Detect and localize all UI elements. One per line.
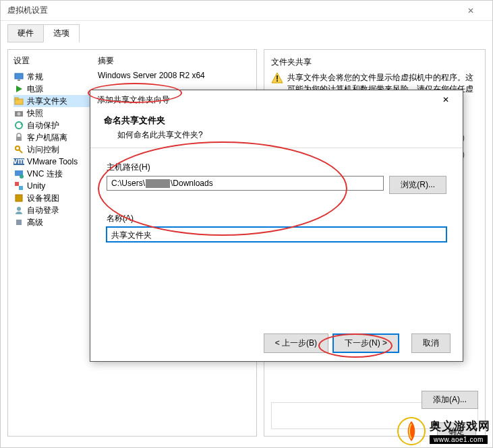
col-settings: 设置 — [13, 55, 98, 67]
sidebar-item-label: Unity — [27, 181, 45, 191]
sidebar-item-access[interactable]: 访问控制 — [13, 143, 98, 156]
host-path-prefix: C:\Users\ — [111, 179, 145, 188]
add-shared-folder-wizard: 添加共享文件夹向导 ✕ 命名共享文件夹 如何命名此共享文件夹? 主机路径(H) … — [90, 90, 463, 362]
svg-point-6 — [18, 113, 21, 116]
sidebar-item-vmware-tools[interactable]: vmVMware Tools — [13, 156, 98, 168]
sidebar-item-advanced[interactable]: 高级 — [13, 216, 98, 228]
sidebar-item-label: 访问控制 — [27, 144, 59, 156]
sidebar-item-vnc[interactable]: VNC 连接 — [13, 168, 98, 180]
tab-options[interactable]: 选项 — [43, 24, 80, 42]
wizard-close-button[interactable]: ✕ — [436, 92, 456, 107]
svg-rect-17 — [19, 186, 23, 190]
wizard-body: 主机路径(H) C:\Users\\Downloads 浏览(R)... 名称(… — [90, 148, 463, 274]
watermark-url: www.aoe1.com — [430, 435, 488, 444]
svg-rect-1 — [18, 79, 20, 81]
right-panel-buttons: 添加(A)... — [422, 391, 478, 409]
svg-marker-2 — [16, 86, 22, 92]
host-path-input[interactable]: C:\Users\\Downloads — [107, 176, 384, 191]
sidebar-item-label: 高级 — [27, 217, 43, 228]
sidebar-item-label: VNC 连接 — [27, 168, 63, 180]
name-row: 共享文件夹 — [107, 227, 446, 242]
svg-rect-0 — [15, 73, 23, 79]
add-button[interactable]: 添加(A)... — [422, 391, 478, 409]
sidebar-item-label: 自动保护 — [27, 120, 59, 131]
svg-point-19 — [17, 207, 21, 211]
cancel-button[interactable]: 取消 — [411, 333, 451, 353]
name-label: 名称(A) — [107, 213, 446, 224]
camera-icon — [13, 108, 24, 119]
wizard-subheading: 如何命名此共享文件夹? — [104, 129, 449, 141]
sidebar-item-unity[interactable]: Unity — [13, 180, 98, 192]
watermark: 奥义游戏网 www.aoe1.com — [397, 417, 490, 445]
left-panel-header: 设置 摘要 — [13, 55, 251, 67]
sidebar-item-autologin[interactable]: 自动登录 — [13, 204, 98, 216]
folder-share-icon — [13, 96, 24, 106]
svg-rect-9 — [16, 137, 22, 141]
monitor-icon — [13, 71, 24, 82]
sidebar-item-device-view[interactable]: 设备视图 — [13, 192, 98, 204]
watermark-cn: 奥义游戏网 — [430, 418, 490, 434]
main-title: 虚拟机设置 — [7, 5, 455, 16]
col-summary: 摘要 — [98, 55, 251, 67]
sidebar-item-label: 常规 — [27, 71, 43, 83]
shield-refresh-icon — [13, 120, 24, 131]
sidebar-item-label: 共享文件夹 — [27, 96, 67, 107]
sidebar-item-snapshot[interactable]: 快照 — [13, 107, 98, 119]
svg-rect-18 — [16, 195, 22, 201]
wizard-title: 添加共享文件夹向导 — [97, 94, 436, 106]
sidebar-item-label: 电源 — [27, 84, 43, 95]
host-path-label: 主机路径(H) — [107, 162, 446, 173]
svg-point-15 — [20, 174, 24, 179]
svg-rect-16 — [15, 182, 19, 186]
watermark-logo-icon — [397, 417, 426, 445]
main-titlebar: 虚拟机设置 ✕ — [1, 1, 492, 21]
tabs: 硬件 选项 — [1, 21, 492, 42]
sidebar-item-label: VMware Tools — [27, 157, 78, 166]
host-path-suffix: \Downloads — [171, 179, 213, 188]
svg-rect-4 — [15, 98, 18, 100]
svg-line-11 — [19, 150, 22, 153]
lock-icon — [13, 132, 24, 143]
svg-rect-20 — [16, 220, 22, 225]
main-close-button[interactable]: ✕ — [455, 1, 486, 21]
sidebar-item-label: 客户机隔离 — [27, 132, 67, 143]
settings-list: 常规 电源 共享文件夹 快照 自动保护 客户机隔离 访问控制 vmVMware … — [13, 71, 98, 228]
gear-icon — [13, 217, 24, 228]
svg-text:vm: vm — [13, 157, 24, 166]
censored-user — [146, 179, 170, 188]
svg-text:!: ! — [276, 74, 279, 84]
sidebar-item-label: 快照 — [27, 108, 43, 119]
name-input[interactable]: 共享文件夹 — [107, 227, 446, 242]
host-path-row: C:\Users\\Downloads 浏览(R)... — [107, 176, 446, 194]
sidebar-item-power[interactable]: 电源 — [13, 83, 98, 95]
play-icon — [13, 84, 24, 94]
wizard-header: 命名共享文件夹 如何命名此共享文件夹? — [90, 109, 463, 148]
sidebar-item-shared-folders[interactable]: 共享文件夹 — [13, 95, 98, 107]
vm-icon: vm — [13, 156, 24, 167]
sidebar-item-label: 设备视图 — [27, 193, 59, 204]
wizard-titlebar: 添加共享文件夹向导 ✕ — [90, 90, 463, 109]
back-button[interactable]: < 上一步(B) — [264, 333, 328, 353]
person-icon — [13, 205, 24, 216]
wizard-footer: < 上一步(B) 下一步(N) > 取消 — [264, 333, 451, 353]
key-icon — [13, 144, 24, 155]
monitor-net-icon — [13, 168, 24, 179]
device-icon — [13, 193, 24, 203]
next-button[interactable]: 下一步(N) > — [332, 333, 399, 353]
sidebar-item-autoprotect[interactable]: 自动保护 — [13, 119, 98, 131]
sidebar-item-isolation[interactable]: 客户机隔离 — [13, 131, 98, 143]
sidebar-item-general[interactable]: 常规 — [13, 71, 98, 83]
wizard-heading: 命名共享文件夹 — [104, 115, 449, 127]
browse-button[interactable]: 浏览(R)... — [389, 176, 446, 194]
folder-share-title: 文件夹共享 — [271, 57, 478, 68]
tab-hardware[interactable]: 硬件 — [7, 24, 44, 42]
sidebar-item-label: 自动登录 — [27, 205, 59, 216]
svg-point-7 — [16, 122, 22, 129]
watermark-text: 奥义游戏网 www.aoe1.com — [430, 418, 490, 444]
unity-icon — [13, 181, 24, 191]
